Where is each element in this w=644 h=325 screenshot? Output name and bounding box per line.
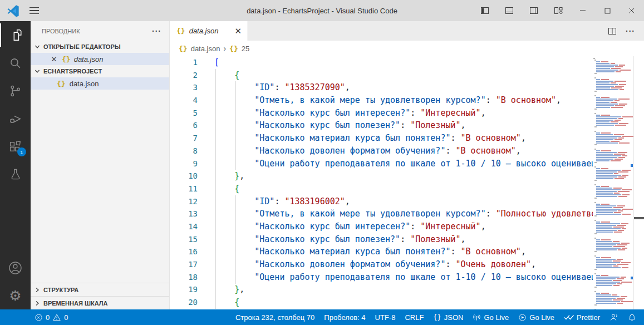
line-number: 13 <box>170 208 198 220</box>
code-text: "Отметь, в какой мере ты удовлетворен ку… <box>214 208 593 220</box>
settings-gear-icon[interactable]: ⚙ <box>0 282 31 309</box>
code-line[interactable]: 6 "Насколько курс был полезен?": "Полезн… <box>170 119 593 132</box>
code-text: }, <box>214 283 244 296</box>
breadcrumb-symbol[interactable]: 25 <box>242 45 249 53</box>
code-line[interactable]: 12 "ID": "1383196002", <box>170 195 593 208</box>
testing-icon[interactable] <box>0 160 31 188</box>
explorer-sidebar: ПРОВОДНИК ··· ОТКРЫТЫЕ РЕДАКТОРЫ ✕ {} da… <box>31 21 170 309</box>
search-icon[interactable] <box>0 49 31 77</box>
toggle-secondary-sidebar-button[interactable] <box>522 0 546 21</box>
toggle-panel-button[interactable] <box>497 0 522 21</box>
minimap-block <box>593 273 633 288</box>
toggle-sidebar-button[interactable] <box>473 0 497 21</box>
outline-section-header[interactable]: СТРУКТУРА <box>31 283 169 296</box>
status-indentation[interactable]: Пробелов: 4 <box>324 313 365 322</box>
feedback-icon[interactable] <box>609 313 618 322</box>
code-line[interactable]: 15 "Насколько курс был полезен?": "Полез… <box>170 233 593 246</box>
vscode-logo-icon <box>7 4 19 17</box>
open-editors-section-header[interactable]: ОТКРЫТЫЕ РЕДАКТОРЫ <box>31 41 169 53</box>
status-prettier[interactable]: Prettier <box>564 313 600 322</box>
customize-layout-button[interactable] <box>546 0 571 21</box>
close-window-button[interactable] <box>620 0 644 21</box>
problems-errors[interactable]: 0 <box>35 313 50 322</box>
notifications-bell-icon[interactable] <box>628 313 636 322</box>
code-line[interactable]: 5 "Насколько курс был интересен?": "Инте… <box>170 107 593 120</box>
json-file-icon: {} <box>57 80 66 88</box>
code-line[interactable]: 7 "Насколько материал курса был понятен?… <box>170 132 593 145</box>
minimap-block <box>593 113 633 127</box>
code-text: "Насколько доволен форматом обучения?": … <box>214 258 536 271</box>
json-file-icon: {} <box>179 45 188 53</box>
tab-bar: {} data.json ✕ ··· <box>170 21 644 41</box>
status-eol[interactable]: CRLF <box>405 313 424 322</box>
maximize-button[interactable] <box>595 0 620 21</box>
minimap-block <box>593 95 633 110</box>
tab-datajson[interactable]: {} data.json ✕ <box>170 21 248 41</box>
editor-scrollbar[interactable] <box>633 56 644 309</box>
source-control-icon[interactable] <box>0 77 31 105</box>
code-lines[interactable]: 1[2 {3 "ID": "1385327090",4 "Отметь, в к… <box>170 56 593 309</box>
accounts-icon[interactable] <box>0 254 31 282</box>
minimap-block <box>593 291 633 306</box>
code-line[interactable]: 2 { <box>170 69 593 82</box>
code-line[interactable]: 3 "ID": "1385327090", <box>170 81 593 94</box>
minimize-button[interactable] <box>571 0 595 21</box>
timeline-section-header[interactable]: ВРЕМЕННАЯ ШКАЛА <box>31 296 169 309</box>
file-item-datajson[interactable]: {} data.json <box>31 77 169 90</box>
extensions-icon[interactable]: 1 <box>0 132 31 160</box>
minimap-block <box>593 220 633 234</box>
minimap-block <box>593 149 633 163</box>
code-line[interactable]: 16 "Насколько материал курса был понятен… <box>170 245 593 258</box>
line-number: 1 <box>170 56 198 69</box>
tab-close-icon[interactable]: ✕ <box>234 26 242 36</box>
explorer-more-actions-icon[interactable]: ··· <box>152 27 161 36</box>
status-encoding[interactable]: UTF-8 <box>375 313 396 322</box>
code-line[interactable]: 19 }, <box>170 283 593 296</box>
indent-guide <box>215 69 216 309</box>
code-text: "ID": "1385327090", <box>214 81 350 94</box>
line-number: 8 <box>170 145 198 157</box>
tab-label: data.json <box>189 27 231 35</box>
code-text: "Насколько курс был полезен?": "Полезный… <box>214 119 466 132</box>
vscode-window: data.json - EchartsProject - Visual Stud… <box>0 0 644 325</box>
project-section-header[interactable]: ECHARTSPROJECT <box>31 65 169 77</box>
code-line[interactable]: 11 { <box>170 183 593 195</box>
code-text: "Отметь, в какой мере ты удовлетворен ку… <box>214 94 561 107</box>
code-line[interactable]: 17 "Насколько доволен форматом обучения?… <box>170 258 593 271</box>
code-line[interactable]: 4 "Отметь, в какой мере ты удовлетворен … <box>170 94 593 107</box>
code-line[interactable]: 14 "Насколько курс был интересен?": "Инт… <box>170 220 593 233</box>
open-editor-item-datajson[interactable]: ✕ {} data.json <box>31 53 169 65</box>
split-editor-icon[interactable] <box>608 27 617 36</box>
run-debug-icon[interactable] <box>0 105 31 132</box>
breadcrumb: {} data.json › {} 25 <box>170 41 644 56</box>
status-go-live-broadcast[interactable]: Go Live <box>473 313 509 322</box>
code-text: "Насколько материал курса был понятен?":… <box>214 245 526 258</box>
code-line[interactable]: 18 "Оцени работу преподавателя по шкале … <box>170 271 593 284</box>
minimap-block <box>593 238 633 252</box>
code-line[interactable]: 13 "Отметь, в какой мере ты удовлетворен… <box>170 208 593 220</box>
status-language[interactable]: {} JSON <box>433 313 463 322</box>
code-line[interactable]: 1[ <box>170 56 593 69</box>
code-line[interactable]: 8 "Насколько доволен форматом обучения?"… <box>170 145 593 157</box>
minimap-block <box>593 77 633 92</box>
close-editor-icon[interactable]: ✕ <box>50 55 58 63</box>
problems-warnings[interactable]: 0 <box>52 313 68 322</box>
editor-more-actions-icon[interactable]: ··· <box>626 27 635 36</box>
menu-hamburger-icon[interactable] <box>30 7 39 14</box>
minimap[interactable] <box>593 56 633 309</box>
code-line[interactable]: 10 }, <box>170 170 593 183</box>
code-line[interactable]: 9 "Оцени работу преподавателя по шкале о… <box>170 157 593 170</box>
object-symbol-icon: {} <box>229 45 238 53</box>
code-text: "Насколько курс был интересен?": "Интере… <box>214 107 486 120</box>
line-number: 17 <box>170 258 198 271</box>
status-go-live-play[interactable]: Go Live <box>518 313 554 322</box>
breadcrumb-file[interactable]: data.json <box>191 45 220 53</box>
chevron-down-icon <box>33 67 42 76</box>
code-line[interactable]: 20 { <box>170 296 593 309</box>
code-text: "ID": "1383196002", <box>214 195 350 208</box>
status-cursor-position[interactable]: Строка 232, столбец 70 <box>235 313 314 322</box>
explorer-icon[interactable] <box>0 21 31 49</box>
line-number: 3 <box>170 81 198 94</box>
minimap-content <box>593 58 633 309</box>
line-number: 15 <box>170 233 198 246</box>
